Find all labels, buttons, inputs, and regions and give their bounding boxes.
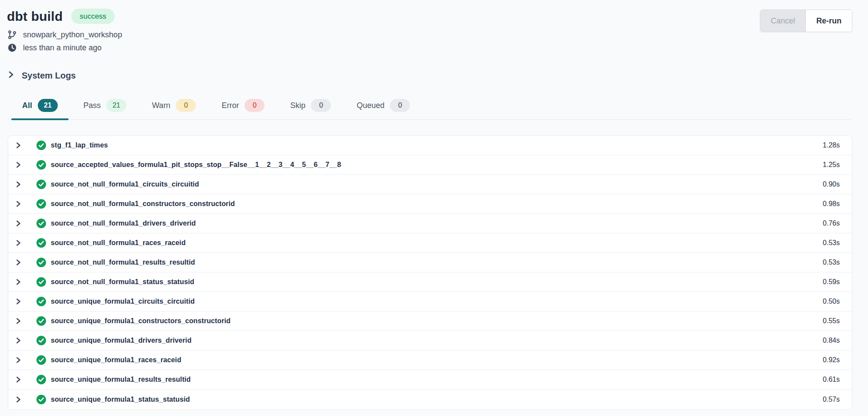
run-detail-page: dbt build success snowpark_python_worksh… xyxy=(0,0,868,409)
branch-line: snowpark_python_workshop xyxy=(7,29,122,40)
expand-chevron-right-icon[interactable] xyxy=(14,395,22,404)
tab-warn[interactable]: Warn 0 xyxy=(141,99,207,119)
result-name: stg_f1_lap_times xyxy=(51,141,108,149)
system-logs-label: System Logs xyxy=(22,71,76,81)
pass-check-icon xyxy=(36,258,46,267)
result-row: source_unique_formula1_races_raceid 0.92… xyxy=(8,350,852,370)
expand-chevron-right-icon[interactable] xyxy=(14,317,22,325)
expand-chevron-right-icon[interactable] xyxy=(14,219,22,228)
result-duration: 0.53s xyxy=(823,259,840,266)
rerun-button[interactable]: Re-run xyxy=(806,10,852,32)
result-name: source_unique_formula1_circuits_circuiti… xyxy=(51,298,195,305)
expand-chevron-right-icon[interactable] xyxy=(14,200,22,208)
pass-check-icon xyxy=(36,180,46,189)
tab-label: Error xyxy=(221,101,239,110)
tab-count-badge: 0 xyxy=(244,99,264,112)
pass-check-icon xyxy=(36,160,46,170)
tab-count-badge: 0 xyxy=(311,99,331,112)
pass-check-icon xyxy=(36,277,46,287)
pass-check-icon xyxy=(36,395,46,404)
result-duration: 0.98s xyxy=(823,200,840,208)
pass-check-icon xyxy=(36,199,46,209)
result-name: source_accepted_values_formula1_pit_stop… xyxy=(51,161,341,169)
expand-chevron-right-icon[interactable] xyxy=(14,336,22,345)
expand-chevron-right-icon[interactable] xyxy=(14,239,22,247)
result-name: source_not_null_formula1_results_resulti… xyxy=(51,259,195,266)
result-duration: 0.50s xyxy=(823,298,840,305)
time-line: less than a minute ago xyxy=(7,43,122,53)
pass-check-icon xyxy=(36,297,46,306)
header: dbt build success snowpark_python_worksh… xyxy=(7,9,852,53)
expand-chevron-right-icon[interactable] xyxy=(14,278,22,286)
tab-count-badge: 0 xyxy=(176,99,196,112)
expand-chevron-right-icon[interactable] xyxy=(14,375,22,384)
result-name: source_unique_formula1_races_raceid xyxy=(51,356,182,364)
pass-check-icon xyxy=(36,336,46,345)
result-duration: 0.84s xyxy=(823,337,840,344)
result-row: stg_f1_lap_times 1.28s xyxy=(8,136,852,155)
chevron-right-icon xyxy=(7,70,15,81)
result-duration: 0.59s xyxy=(823,278,840,286)
result-row: source_not_null_formula1_drivers_driveri… xyxy=(8,214,852,233)
tab-label: Pass xyxy=(83,101,101,110)
expand-chevron-right-icon[interactable] xyxy=(14,180,22,189)
tab-all[interactable]: All 21 xyxy=(11,99,69,119)
result-row: source_unique_formula1_drivers_driverid … xyxy=(8,331,852,350)
expand-chevron-right-icon[interactable] xyxy=(14,297,22,306)
system-logs-toggle[interactable]: System Logs xyxy=(7,70,76,81)
header-left: dbt build success snowpark_python_worksh… xyxy=(7,9,122,53)
result-name: source_not_null_formula1_circuits_circui… xyxy=(51,180,199,188)
pass-check-icon xyxy=(36,219,46,228)
tab-count-badge: 0 xyxy=(390,99,410,112)
pass-check-icon xyxy=(36,375,46,384)
result-duration: 0.92s xyxy=(823,356,840,364)
result-row: source_not_null_formula1_constructors_co… xyxy=(8,194,852,214)
result-duration: 0.57s xyxy=(823,396,840,403)
tab-label: Queued xyxy=(356,101,384,110)
result-row: source_not_null_formula1_results_resulti… xyxy=(8,253,852,272)
expand-chevron-right-icon[interactable] xyxy=(14,258,22,267)
result-name: source_not_null_formula1_constructors_co… xyxy=(51,200,235,208)
expand-chevron-right-icon[interactable] xyxy=(14,356,22,364)
clock-icon xyxy=(7,43,17,53)
result-row: source_accepted_values_formula1_pit_stop… xyxy=(8,155,852,175)
result-duration: 1.28s xyxy=(823,141,840,149)
tab-bar: All 21 Pass 21 Warn 0 Error 0 Skip 0 Que… xyxy=(7,99,852,120)
git-branch-icon xyxy=(7,29,17,40)
result-duration: 0.61s xyxy=(823,376,840,383)
result-row: source_unique_formula1_constructors_cons… xyxy=(8,311,852,331)
tab-count-badge: 21 xyxy=(106,99,126,112)
pass-check-icon xyxy=(36,141,46,150)
tab-error[interactable]: Error 0 xyxy=(211,99,275,119)
result-name: source_unique_formula1_drivers_driverid xyxy=(51,337,191,344)
tab-skip[interactable]: Skip 0 xyxy=(279,99,342,119)
result-duration: 0.53s xyxy=(823,239,840,247)
pass-check-icon xyxy=(36,316,46,326)
result-name: source_not_null_formula1_status_statusid xyxy=(51,278,194,286)
cancel-button[interactable]: Cancel xyxy=(760,10,806,32)
result-name: source_unique_formula1_constructors_cons… xyxy=(51,317,231,325)
expand-chevron-right-icon[interactable] xyxy=(14,141,22,150)
tab-pass[interactable]: Pass 21 xyxy=(73,99,137,119)
pass-check-icon xyxy=(36,238,46,248)
tab-label: Warn xyxy=(152,101,170,110)
result-name: source_not_null_formula1_drivers_driveri… xyxy=(51,219,196,227)
tab-label: All xyxy=(22,101,32,110)
page-title: dbt build xyxy=(7,9,63,24)
result-duration: 1.25s xyxy=(823,161,840,169)
result-duration: 0.76s xyxy=(823,219,840,227)
result-duration: 0.90s xyxy=(823,180,840,188)
result-row: source_unique_formula1_status_statusid 0… xyxy=(8,390,852,409)
pass-check-icon xyxy=(36,355,46,365)
status-badge: success xyxy=(71,9,114,24)
result-row: source_unique_formula1_results_resultid … xyxy=(8,370,852,390)
time-ago: less than a minute ago xyxy=(23,43,102,52)
result-name: source_not_null_formula1_races_raceid xyxy=(51,239,186,247)
result-duration: 0.55s xyxy=(823,317,840,325)
expand-chevron-right-icon[interactable] xyxy=(14,161,22,169)
run-actions: Cancel Re-run xyxy=(760,10,852,32)
result-row: source_not_null_formula1_status_statusid… xyxy=(8,272,852,292)
branch-name: snowpark_python_workshop xyxy=(23,30,122,39)
tab-queued[interactable]: Queued 0 xyxy=(346,99,421,119)
result-name: source_unique_formula1_status_statusid xyxy=(51,396,190,403)
